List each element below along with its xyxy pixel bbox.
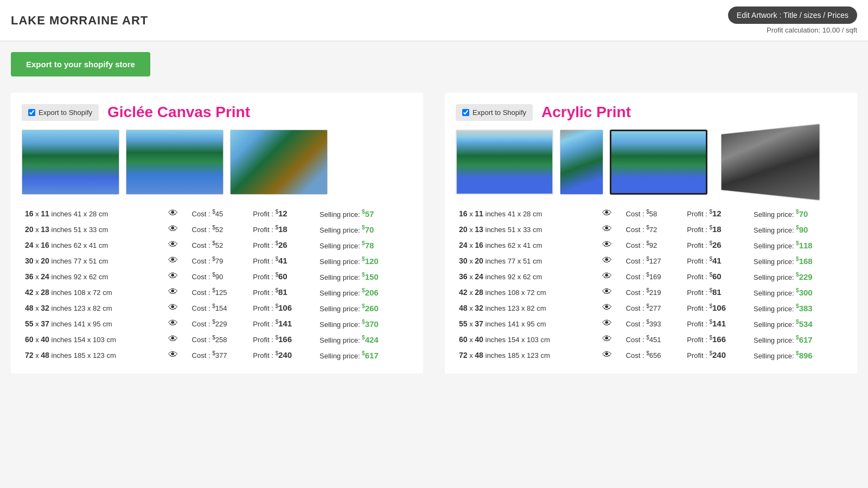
selling-cell: Selling price: $424 (316, 331, 412, 347)
visibility-icon[interactable]: 👁 (602, 302, 612, 313)
canvas-export-checkbox[interactable] (28, 109, 35, 116)
selling-value: $150 (362, 272, 379, 281)
selling-value: $78 (362, 241, 374, 250)
visibility-icon[interactable]: 👁 (168, 286, 178, 297)
canvas-title: Giclée Canvas Print (107, 104, 250, 121)
table-row: 48 x 32 inches 123 x 82 cm 👁 Cost : $154… (22, 300, 412, 316)
eye-icon-cell[interactable]: 👁 (599, 284, 623, 300)
acrylic-preview-1 (456, 130, 553, 195)
eye-icon-cell[interactable]: 👁 (165, 316, 189, 331)
visibility-icon[interactable]: 👁 (168, 223, 178, 234)
eye-icon-cell[interactable]: 👁 (599, 316, 623, 331)
selling-value: $120 (362, 256, 379, 266)
size-label: 42 x 28 inches 108 x 72 cm (22, 284, 165, 300)
sections-container: Export to Shopify Giclée Canvas Print 16… (11, 93, 857, 374)
export-shopify-button[interactable]: Export to your shopify store (11, 52, 150, 76)
table-row: 48 x 32 inches 123 x 82 cm 👁 Cost : $277… (456, 300, 846, 316)
eye-icon-cell[interactable]: 👁 (165, 221, 189, 237)
visibility-icon[interactable]: 👁 (602, 271, 612, 281)
eye-icon-cell[interactable]: 👁 (165, 331, 189, 347)
profit-cell: Profit : $81 (250, 284, 316, 300)
selling-value: $57 (362, 209, 374, 219)
eye-icon-cell[interactable]: 👁 (599, 221, 623, 237)
cost-cell: Cost : $52 (189, 237, 250, 253)
profit-cell: Profit : $141 (250, 316, 316, 331)
size-label: 30 x 20 inches 77 x 51 cm (456, 253, 599, 268)
visibility-icon[interactable]: 👁 (168, 271, 178, 281)
cost-cell: Cost : $169 (623, 268, 684, 284)
eye-icon-cell[interactable]: 👁 (165, 300, 189, 316)
cost-cell: Cost : $393 (623, 316, 684, 331)
canvas-section: Export to Shopify Giclée Canvas Print 16… (11, 93, 423, 374)
cost-cell: Cost : $219 (623, 284, 684, 300)
visibility-icon[interactable]: 👁 (602, 286, 612, 297)
acrylic-export-checkbox[interactable] (462, 109, 469, 116)
profit-cell: Profit : $18 (250, 221, 316, 237)
selling-cell: Selling price: $118 (750, 237, 846, 253)
eye-icon-cell[interactable]: 👁 (165, 284, 189, 300)
visibility-icon[interactable]: 👁 (602, 255, 612, 266)
cost-cell: Cost : $72 (623, 221, 684, 237)
visibility-icon[interactable]: 👁 (168, 333, 178, 344)
profit-cell: Profit : $41 (684, 253, 750, 268)
visibility-icon[interactable]: 👁 (168, 318, 178, 329)
canvas-export-checkbox-label[interactable]: Export to Shopify (22, 104, 99, 121)
canvas-price-table: 16 x 11 inches 41 x 28 cm 👁 Cost : $45 P… (22, 206, 412, 363)
visibility-icon[interactable]: 👁 (602, 333, 612, 344)
selling-value: $90 (796, 225, 808, 234)
selling-cell: Selling price: $70 (316, 221, 412, 237)
visibility-icon[interactable]: 👁 (602, 318, 612, 329)
visibility-icon[interactable]: 👁 (168, 302, 178, 313)
selling-value: $118 (796, 241, 813, 250)
selling-cell: Selling price: $120 (316, 253, 412, 268)
size-label: 72 x 48 inches 185 x 123 cm (22, 347, 165, 363)
acrylic-export-label: Export to Shopify (473, 108, 526, 117)
eye-icon-cell[interactable]: 👁 (599, 331, 623, 347)
visibility-icon[interactable]: 👁 (168, 349, 178, 360)
eye-icon-cell[interactable]: 👁 (165, 206, 189, 221)
visibility-icon[interactable]: 👁 (602, 208, 612, 219)
profit-calculation: Profit calculation: 10.00 / sqft (728, 26, 857, 34)
eye-icon-cell[interactable]: 👁 (165, 268, 189, 284)
acrylic-price-table: 16 x 11 inches 41 x 28 cm 👁 Cost : $58 P… (456, 206, 846, 363)
acrylic-export-checkbox-label[interactable]: Export to Shopify (456, 104, 533, 121)
selling-value: $617 (796, 335, 813, 344)
table-row: 60 x 40 inches 154 x 103 cm 👁 Cost : $45… (456, 331, 846, 347)
selling-value: $370 (362, 319, 379, 329)
selling-value: $70 (362, 225, 374, 234)
visibility-icon[interactable]: 👁 (602, 223, 612, 234)
canvas-preview-2 (126, 130, 224, 195)
eye-icon-cell[interactable]: 👁 (599, 206, 623, 221)
eye-icon-cell[interactable]: 👁 (165, 237, 189, 253)
selling-cell: Selling price: $534 (750, 316, 846, 331)
eye-icon-cell[interactable]: 👁 (599, 347, 623, 363)
eye-icon-cell[interactable]: 👁 (165, 347, 189, 363)
eye-icon-cell[interactable]: 👁 (599, 300, 623, 316)
visibility-icon[interactable]: 👁 (168, 239, 178, 250)
eye-icon-cell[interactable]: 👁 (165, 253, 189, 268)
visibility-icon[interactable]: 👁 (168, 208, 178, 219)
cost-cell: Cost : $125 (189, 284, 250, 300)
profit-cell: Profit : $41 (250, 253, 316, 268)
visibility-icon[interactable]: 👁 (602, 239, 612, 250)
eye-icon-cell[interactable]: 👁 (599, 268, 623, 284)
selling-cell: Selling price: $168 (750, 253, 846, 268)
eye-icon-cell[interactable]: 👁 (599, 237, 623, 253)
cost-cell: Cost : $377 (189, 347, 250, 363)
table-row: 20 x 13 inches 51 x 33 cm 👁 Cost : $72 P… (456, 221, 846, 237)
size-label: 20 x 13 inches 51 x 33 cm (456, 221, 599, 237)
visibility-icon[interactable]: 👁 (168, 255, 178, 266)
profit-cell: Profit : $166 (684, 331, 750, 347)
selling-cell: Selling price: $70 (750, 206, 846, 221)
visibility-icon[interactable]: 👁 (602, 349, 612, 360)
cost-cell: Cost : $90 (189, 268, 250, 284)
size-label: 72 x 48 inches 185 x 123 cm (456, 347, 599, 363)
profit-cell: Profit : $240 (684, 347, 750, 363)
selling-value: $617 (362, 351, 379, 360)
canvas-export-label: Export to Shopify (39, 108, 92, 117)
selling-cell: Selling price: $90 (750, 221, 846, 237)
cost-cell: Cost : $127 (623, 253, 684, 268)
edit-artwork-button[interactable]: Edit Artwork : Title / sizes / Prices (728, 7, 857, 24)
cost-cell: Cost : $277 (623, 300, 684, 316)
eye-icon-cell[interactable]: 👁 (599, 253, 623, 268)
